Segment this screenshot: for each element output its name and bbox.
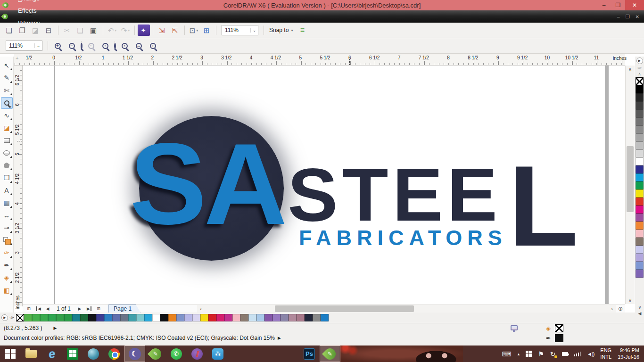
propbar-zoom-combo[interactable]: 111% ⌄ <box>6 41 42 51</box>
color-swatch[interactable] <box>636 238 644 246</box>
color-swatch[interactable] <box>636 254 644 262</box>
color-swatch[interactable] <box>321 314 329 321</box>
color-swatch[interactable] <box>636 262 644 270</box>
color-swatch[interactable] <box>636 133 644 141</box>
color-eyedropper-tool[interactable]: ✑ <box>1 247 13 259</box>
touch-keyboard-icon[interactable]: ⌨ <box>502 350 512 358</box>
color-swatch[interactable] <box>636 181 644 189</box>
color-swatch[interactable] <box>144 314 152 321</box>
color-swatch[interactable] <box>636 206 644 214</box>
quick-zoom-icon[interactable]: ⊕ <box>616 305 625 312</box>
sphere-app-button[interactable] <box>83 346 104 362</box>
paste-icon[interactable]: ▣ <box>88 24 100 36</box>
page-tab[interactable]: Page 1 <box>108 304 140 313</box>
close-button[interactable]: ✕ <box>625 0 644 10</box>
fill-tool[interactable]: ◈ <box>1 272 13 284</box>
zoom-to-page-height-icon[interactable]: ↕ <box>146 40 159 52</box>
logo-l-text-object[interactable]: L <box>508 148 578 263</box>
freehand-tool[interactable]: ∿ <box>1 109 13 121</box>
color-swatch[interactable] <box>24 314 32 321</box>
print-icon[interactable]: ⊟ <box>43 24 55 36</box>
last-page-button[interactable]: ▶ <box>85 305 93 313</box>
zoom-tool[interactable] <box>1 97 13 109</box>
mdi-close-button[interactable]: ✕ <box>636 14 639 19</box>
chrome-button[interactable] <box>104 346 124 362</box>
color-swatch[interactable] <box>96 314 104 321</box>
color-swatch[interactable] <box>636 157 644 165</box>
new-document-icon[interactable]: ❏ <box>3 24 16 36</box>
color-swatch[interactable] <box>152 314 160 321</box>
color-swatch[interactable] <box>636 246 644 254</box>
color-swatch[interactable] <box>160 314 168 321</box>
blend-tool[interactable] <box>1 234 13 246</box>
color-swatch[interactable] <box>168 314 176 321</box>
color-swatch[interactable] <box>297 314 305 321</box>
color-swatch[interactable] <box>636 165 644 173</box>
color-swatch[interactable] <box>128 314 136 321</box>
color-swatch[interactable] <box>636 125 644 133</box>
cut-icon[interactable]: ✂ <box>61 24 74 36</box>
menu-item[interactable]: Effects <box>13 4 45 16</box>
vertical-scrollbar[interactable]: ∧ ∨ <box>625 66 635 304</box>
zoom-to-page-width-icon[interactable]: ↔ <box>132 40 145 52</box>
vertical-scroll-thumb[interactable] <box>627 146 634 212</box>
menu-item[interactable]: Arrange <box>13 0 45 4</box>
add-page-button[interactable]: ⊞ <box>94 305 103 313</box>
zoom-in-icon[interactable]: + <box>51 40 64 52</box>
export-icon[interactable]: ⇱ <box>169 24 182 36</box>
outline-pen-tool[interactable]: ✒ <box>1 259 13 271</box>
color-swatch[interactable] <box>305 314 313 321</box>
palette-flyout-button[interactable]: ▶ <box>636 58 643 64</box>
interactive-fill-tool[interactable]: ◧ <box>1 284 13 296</box>
logo-sa-text-object[interactable]: SA <box>130 126 284 242</box>
palette-flyout-button[interactable]: ▶ <box>1 314 8 321</box>
welcome-screen-icon[interactable]: ⊞ <box>201 24 213 36</box>
color-swatch[interactable] <box>80 314 88 321</box>
palette-eyedropper-icon[interactable]: ✑ <box>637 65 642 71</box>
color-swatch[interactable] <box>112 314 120 321</box>
color-swatch[interactable] <box>208 314 216 321</box>
color-swatch[interactable] <box>636 149 644 157</box>
options-icon[interactable]: ≡ <box>296 24 308 36</box>
color-swatch[interactable] <box>88 314 96 321</box>
toolbar-separator[interactable] <box>103 25 103 35</box>
color-swatch[interactable] <box>256 314 264 321</box>
import-icon[interactable]: ⇲ <box>156 24 168 36</box>
connector-tool[interactable]: ⊸ <box>1 222 13 234</box>
language-indicator[interactable]: ENGINTL <box>600 347 611 361</box>
color-swatch[interactable] <box>72 314 80 321</box>
dimension-tool[interactable]: ↔ <box>1 209 13 221</box>
color-swatch[interactable] <box>184 314 192 321</box>
color-swatch[interactable] <box>32 314 40 321</box>
action-center-flag-icon[interactable]: ⚑ <box>538 350 544 358</box>
color-swatch[interactable] <box>56 314 64 321</box>
toolbar-separator[interactable] <box>134 25 135 35</box>
scroll-up-arrow[interactable]: ∧ <box>626 66 635 72</box>
polygon-tool[interactable] <box>1 159 13 171</box>
color-swatch[interactable] <box>216 314 224 321</box>
toolbar-separator[interactable] <box>216 25 216 35</box>
color-swatch[interactable] <box>248 314 256 321</box>
crop-tool[interactable]: ✄ <box>1 84 13 96</box>
propbar-separator[interactable] <box>81 41 82 50</box>
color-swatch[interactable] <box>636 117 644 125</box>
battery-icon[interactable] <box>562 352 568 356</box>
basic-shapes-tool[interactable]: ❒ <box>1 172 13 184</box>
palette-scroll-up-icon[interactable]: ∧ <box>638 71 641 77</box>
open-icon[interactable]: ❐ <box>17 24 29 36</box>
network-signal-icon[interactable] <box>574 352 581 356</box>
color-swatch[interactable] <box>636 173 644 181</box>
windows-tray-icon[interactable] <box>526 351 532 357</box>
shape-tool[interactable]: ✎ <box>1 72 13 84</box>
logo-steel-text-object[interactable]: STEE <box>288 157 502 232</box>
zoom-to-all-objects-icon[interactable]: ◦ <box>99 40 112 52</box>
color-swatch[interactable] <box>104 314 112 321</box>
color-swatch[interactable] <box>636 93 644 101</box>
drawing-canvas[interactable]: SA STEE L FABRICATORS <box>23 66 625 304</box>
corel-connect-icon[interactable]: ✦ <box>138 25 150 36</box>
palette-return-icon[interactable]: ◀ <box>638 311 642 316</box>
clock[interactable]: 9:46 PM19-Jul-16 <box>618 347 639 361</box>
first-page-button[interactable]: ◀ <box>34 305 42 313</box>
combo-arrow-icon[interactable]: ⌄ <box>34 43 42 48</box>
color-swatch[interactable] <box>136 314 144 321</box>
